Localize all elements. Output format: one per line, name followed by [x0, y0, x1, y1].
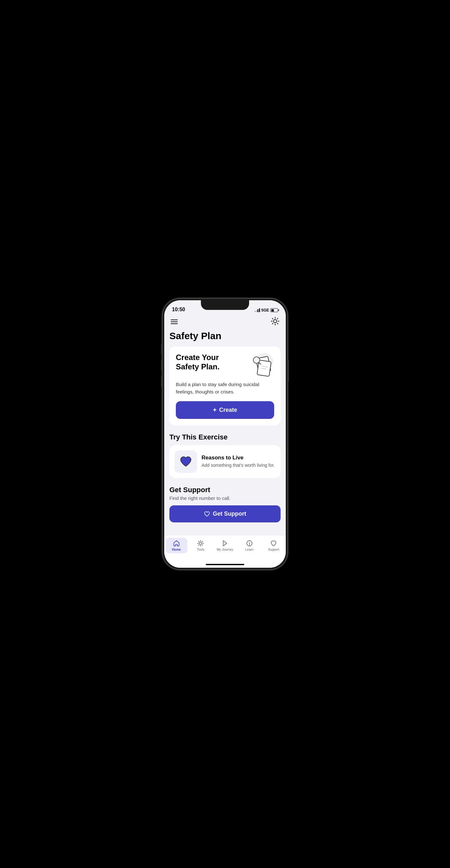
nav-label-home: Home: [172, 548, 181, 551]
exercise-info: Reasons to Live Add something that's wor…: [201, 455, 275, 469]
nav-label-support: Support: [268, 548, 279, 551]
heart-icon: [179, 456, 192, 467]
svg-line-23: [199, 541, 199, 542]
home-bar: [164, 561, 286, 568]
svg-line-24: [202, 545, 203, 545]
network-label: 5GE: [261, 308, 269, 312]
svg-line-6: [278, 323, 278, 324]
support-icon: [270, 540, 277, 547]
menu-button[interactable]: [171, 319, 178, 324]
page-title: Safety Plan: [169, 331, 281, 341]
tools-icon: [197, 540, 204, 547]
home-indicator: [206, 564, 244, 565]
status-right: 5GE: [255, 308, 278, 312]
exercise-icon-wrap: [174, 451, 197, 473]
battery-level: [271, 309, 274, 311]
create-button-label: Create: [219, 407, 237, 413]
svg-line-25: [202, 541, 203, 542]
svg-line-26: [199, 545, 199, 545]
svg-point-0: [274, 319, 277, 323]
documents-illustration: [247, 353, 274, 377]
svg-marker-27: [223, 541, 227, 546]
main-content: Safety Plan Create Your Safety Plan.: [164, 328, 286, 535]
nav-item-journey[interactable]: My Journey: [214, 538, 236, 553]
bottom-nav: Home Tools: [164, 535, 286, 561]
create-button[interactable]: + Create: [176, 401, 274, 419]
svg-point-18: [200, 542, 202, 544]
exercise-description: Add something that's worth living for.: [201, 462, 275, 469]
heart-btn-icon: [204, 511, 210, 517]
support-description: Find the right number to call.: [169, 495, 281, 501]
svg-line-5: [272, 318, 273, 319]
nav-item-tools[interactable]: Tools: [190, 538, 212, 553]
signal-bars: [255, 308, 260, 312]
status-time: 10:50: [172, 307, 185, 312]
nav-label-journey: My Journey: [217, 548, 233, 551]
notch: [201, 300, 249, 310]
safety-card-title: Create Your Safety Plan.: [176, 353, 235, 372]
svg-point-30: [249, 542, 250, 542]
support-title: Get Support: [169, 486, 281, 494]
learn-icon: [246, 540, 253, 547]
support-button-label: Get Support: [213, 510, 246, 517]
exercise-name: Reasons to Live: [201, 455, 275, 461]
exercise-section-title: Try This Exercise: [169, 433, 281, 441]
support-button[interactable]: Get Support: [169, 505, 281, 522]
card-header: Create Your Safety Plan.: [176, 353, 274, 377]
nav-item-learn[interactable]: Learn: [238, 538, 260, 553]
nav-label-learn: Learn: [245, 548, 254, 551]
exercise-card[interactable]: Reasons to Live Add something that's wor…: [169, 445, 281, 478]
journey-icon: [222, 540, 228, 547]
battery: [270, 308, 278, 312]
svg-line-7: [278, 318, 278, 319]
battery-body: [270, 308, 278, 312]
safety-plan-card: Create Your Safety Plan.: [169, 346, 281, 425]
svg-line-8: [272, 323, 273, 324]
safety-card-description: Build a plan to stay safe during suicida…: [176, 381, 274, 396]
sun-icon[interactable]: [271, 317, 279, 327]
header: [164, 314, 286, 328]
nav-label-tools: Tools: [197, 548, 204, 551]
home-icon: [173, 540, 180, 547]
plus-icon: +: [213, 406, 217, 414]
nav-item-support[interactable]: Support: [263, 538, 285, 553]
nav-item-home[interactable]: Home: [165, 538, 187, 553]
